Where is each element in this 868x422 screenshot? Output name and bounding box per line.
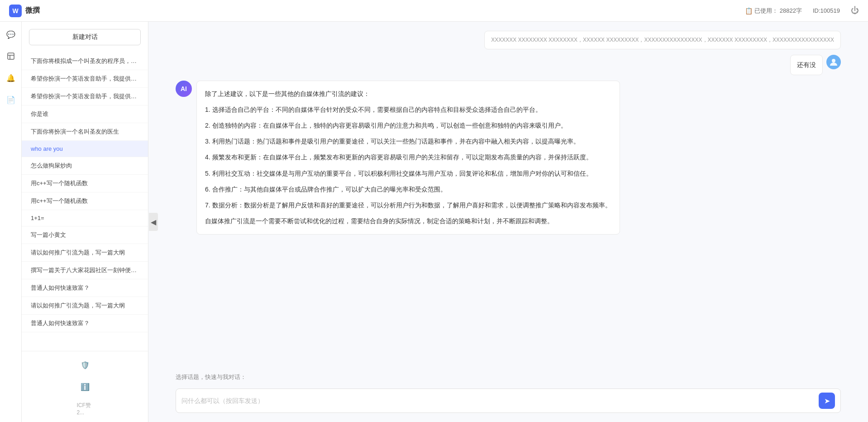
chat-item-15[interactable]: 请以如何推广引流为题，写一篇大纲	[22, 297, 148, 315]
chat-item-4[interactable]: 你是谁	[22, 106, 148, 123]
svg-point-1	[832, 59, 835, 62]
right-info: 📋 已使用： 28822字 ID:100519 ⏻	[745, 6, 859, 15]
new-chat-button[interactable]: 新建对话	[29, 29, 141, 45]
chat-list: 下面你将模拟成一个叫圣友的程序员，我说...希望你扮演一个英语发音助手，我提供给…	[22, 53, 148, 351]
chat-item-11[interactable]: 写一篇小黄文	[22, 226, 148, 244]
quick-suggestions-label: 选择话题，快速与我对话：	[176, 374, 246, 380]
logo-text: 微撰	[25, 6, 40, 15]
chat-item-13[interactable]: 撰写一篇关于八大家花园社区一刻钟便民生...	[22, 262, 148, 279]
ai-message-1: AI 除了上述建议，以下是一些其他的自媒体推广引流的建议：1. 选择适合自己的平…	[176, 81, 841, 235]
extra-btn[interactable]: ICF赞2...	[77, 400, 93, 417]
icon-rail: 💬 🔔 📄	[0, 22, 22, 422]
logo: W 微撰	[9, 5, 40, 17]
input-area: ➤	[148, 384, 868, 422]
topbar: W 微撰 📋 已使用： 28822字 ID:100519 ⏻	[0, 0, 868, 22]
user-message-1: 还有没	[176, 55, 841, 75]
chat-item-1[interactable]: 下面你将模拟成一个叫圣友的程序员，我说...	[22, 53, 148, 70]
chat-item-10[interactable]: 1+1=	[22, 210, 148, 226]
usage-icon: 📋	[745, 7, 753, 14]
chat-item-3[interactable]: 希望你扮演一个英语发音助手，我提供给你...	[22, 88, 148, 106]
input-box: ➤	[176, 388, 841, 413]
truncated-bubble: XXXXXXX XXXXXXXX XXXXXXXX，XXXXXX XXXXXXX…	[484, 31, 841, 49]
id-display: ID:100519	[813, 7, 840, 14]
ai-bubble-1: 除了上述建议，以下是一些其他的自媒体推广引流的建议：1. 选择适合自己的平台：不…	[196, 81, 620, 235]
logo-icon: W	[9, 5, 22, 17]
chat-item-2[interactable]: 希望你扮演一个英语发音助手，我提供给你...	[22, 70, 148, 88]
rail-chat-icon[interactable]: 💬	[4, 27, 18, 42]
shield-icon-btn[interactable]: 🛡️	[77, 357, 93, 373]
rail-box-icon[interactable]	[4, 49, 18, 63]
svg-rect-0	[8, 53, 14, 59]
rail-doc-icon[interactable]: 📄	[4, 92, 18, 107]
sidebar: 新建对话 下面你将模拟成一个叫圣友的程序员，我说...希望你扮演一个英语发音助手…	[22, 22, 148, 422]
usage-value: 28822字	[780, 7, 802, 15]
quick-suggestions: 选择话题，快速与我对话：	[148, 369, 868, 384]
rail-bell-icon[interactable]: 🔔	[4, 71, 18, 85]
user-avatar-1	[826, 55, 841, 69]
chat-item-16[interactable]: 普通人如何快速致富？	[22, 315, 148, 332]
usage-display: 📋 已使用： 28822字	[745, 7, 802, 15]
power-button[interactable]: ⏻	[851, 6, 859, 15]
chat-item-8[interactable]: 用c++写一个随机函数	[22, 175, 148, 192]
chat-item-12[interactable]: 请以如何推广引流为题，写一篇大纲	[22, 244, 148, 262]
chat-input[interactable]	[181, 397, 819, 404]
chat-item-14[interactable]: 普通人如何快速致富？	[22, 279, 148, 297]
info-icon-btn[interactable]: ℹ️	[77, 379, 93, 395]
chat-item-7[interactable]: 怎么做狗屎炒肉	[22, 157, 148, 175]
chat-item-6[interactable]: who are you	[22, 141, 148, 157]
chat-item-5[interactable]: 下面你将扮演一个名叫圣友的医生	[22, 123, 148, 141]
collapse-sidebar-button[interactable]: ◀	[149, 213, 158, 231]
send-button[interactable]: ➤	[819, 393, 835, 409]
sidebar-bottom-icons: 🛡️ ℹ️ ICF赞2...	[22, 351, 148, 422]
user-bubble-1: 还有没	[790, 55, 823, 75]
prev-message-truncated: XXXXXXX XXXXXXXX XXXXXXXX，XXXXXX XXXXXXX…	[176, 31, 841, 49]
ai-avatar-1: AI	[176, 81, 192, 97]
messages-container: XXXXXXX XXXXXXXX XXXXXXXX，XXXXXX XXXXXXX…	[148, 22, 868, 369]
chat-area: XXXXXXX XXXXXXXX XXXXXXXX，XXXXXX XXXXXXX…	[148, 22, 868, 422]
main-layout: 💬 🔔 📄 新建对话 下面你将模拟成一个叫圣友的程序员，我说...希望你扮演一个…	[0, 22, 868, 422]
chat-item-9[interactable]: 用c++写一个随机函数	[22, 192, 148, 210]
usage-label: 已使用：	[754, 7, 778, 15]
